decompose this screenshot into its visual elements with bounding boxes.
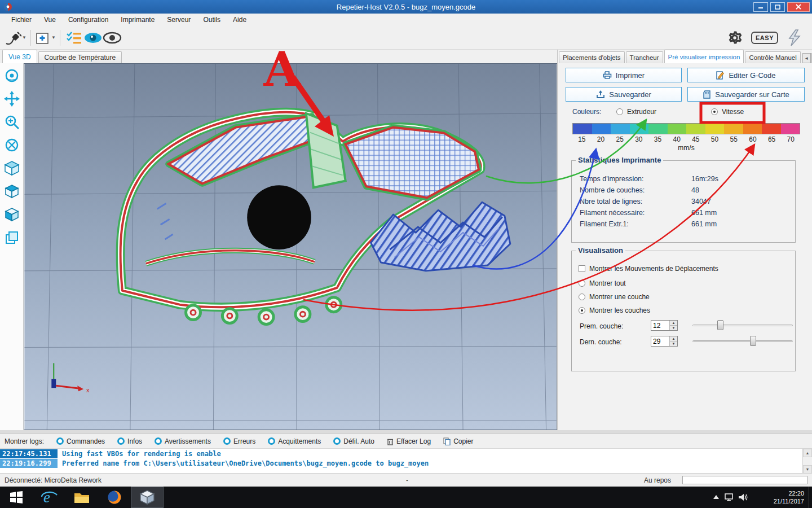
toggle-filament-list-button[interactable]	[64, 28, 83, 47]
settings-button[interactable]	[725, 28, 744, 47]
last-layer-slider[interactable]	[692, 336, 793, 346]
taskbar-repetier-host[interactable]	[131, 487, 164, 508]
radio-vitesse[interactable]: Vitesse	[711, 108, 744, 116]
tab-trancheur[interactable]: Trancheur	[626, 51, 663, 63]
tab-placements-objets[interactable]: Placements d'objets	[559, 51, 625, 63]
move-view-button[interactable]	[3, 90, 21, 108]
menu-imprimante[interactable]: Imprimante	[115, 14, 160, 25]
taskbar-internet-explorer[interactable]: e	[33, 487, 65, 508]
top-view-button[interactable]	[3, 182, 21, 200]
last-layer-stepper[interactable]: ▲▼	[651, 336, 678, 347]
button-label: Copier	[453, 437, 473, 445]
stat-label: Temps d'impression:	[580, 175, 691, 183]
stepper-down-icon[interactable]: ▼	[670, 341, 677, 346]
menu-configuration[interactable]: Configuration	[63, 14, 114, 25]
tab-controle-manuel[interactable]: Contrôle Manuel	[745, 51, 800, 63]
viewport-3d[interactable]: x	[24, 63, 557, 430]
view-toolbar	[0, 63, 24, 430]
layers-view-button[interactable]	[3, 229, 21, 247]
zoom-view-button[interactable]	[3, 113, 21, 131]
taskbar-file-explorer[interactable]	[65, 487, 98, 508]
slider-thumb[interactable]	[750, 336, 756, 346]
tab-scroll-left-button[interactable]: ◄	[802, 53, 811, 63]
toggle-avertissements[interactable]: Avertissements	[155, 437, 211, 445]
toggle-defil-auto[interactable]: Défil. Auto	[333, 437, 374, 445]
copy-log-button[interactable]: Copier	[443, 437, 473, 445]
menu-outils[interactable]: Outils	[197, 14, 226, 25]
emergency-stop-button[interactable]	[785, 28, 804, 47]
tray-volume-icon[interactable]	[736, 487, 750, 508]
menu-fichier[interactable]: Fichier	[6, 14, 37, 25]
taskbar-firefox[interactable]	[98, 487, 131, 508]
toggle-label: Acquittements	[278, 437, 321, 445]
show-desktop-button[interactable]	[809, 487, 812, 508]
stepper-arrows[interactable]: ▲▼	[669, 336, 677, 346]
status-bar: Déconnecté: MicroDelta Rework - Au repos	[0, 473, 812, 487]
toggle-acquittements[interactable]: Acquittements	[268, 437, 321, 445]
stepper-up-icon[interactable]: ▲	[670, 336, 677, 341]
toggle-icon	[117, 437, 125, 445]
menu-aide[interactable]: Aide	[227, 14, 252, 25]
tab-vue-3d[interactable]: Vue 3D	[2, 50, 37, 63]
scroll-up-icon[interactable]: ▲	[803, 449, 812, 457]
close-button[interactable]	[787, 2, 810, 12]
easy-mode-button[interactable]: EASY	[751, 32, 778, 44]
start-button[interactable]	[0, 487, 33, 508]
move-arrows-icon	[4, 91, 20, 107]
first-layer-stepper[interactable]: ▲▼	[651, 320, 678, 331]
add-object-button[interactable]: ▼	[35, 28, 56, 47]
tray-chevron-up-icon[interactable]	[709, 487, 723, 508]
speed-scale-tick: 20	[592, 135, 611, 143]
minimize-button[interactable]	[753, 2, 768, 12]
reset-view-button[interactable]	[3, 136, 21, 154]
windows-logo-icon	[10, 491, 23, 504]
slider-track	[692, 325, 793, 326]
log-area[interactable]: 22:17:45.131 Using fast VBOs for renderi…	[0, 448, 812, 473]
log-entry: 22:19:16.299 Preferred name from C:\User…	[0, 459, 812, 468]
first-layer-input[interactable]	[651, 321, 669, 330]
radio-montrer-tout[interactable]: Montrer tout	[579, 279, 626, 287]
maximize-button[interactable]	[770, 2, 785, 12]
sd-card-icon	[703, 90, 711, 99]
edit-gcode-button[interactable]: Editer G-Code	[687, 68, 805, 82]
toggle-erreurs[interactable]: Erreurs	[223, 437, 255, 445]
clear-log-button[interactable]: Effacer Log	[387, 437, 431, 445]
radio-extrudeur[interactable]: Extrudeur	[616, 108, 656, 116]
orbit-view-button[interactable]	[3, 67, 21, 85]
iso-view-button[interactable]	[3, 159, 21, 177]
toggle-commandes[interactable]: Commandes	[56, 437, 105, 445]
save-to-card-button[interactable]: Sauvegarder sur Carte	[687, 87, 805, 102]
first-layer-slider[interactable]	[692, 320, 793, 330]
minimize-icon	[758, 5, 764, 9]
view-area: x	[0, 63, 557, 430]
tab-previsualiser-impression[interactable]: Pré visualiser impression	[664, 50, 744, 63]
last-layer-input[interactable]	[651, 336, 669, 346]
tab-label: Pré visualiser impression	[668, 54, 740, 60]
radio-montrer-une-couche[interactable]: Montrer une couche	[579, 293, 650, 301]
save-button[interactable]: Sauvegarder	[566, 87, 682, 102]
stepper-arrows[interactable]: ▲▼	[669, 321, 677, 330]
slider-thumb[interactable]	[717, 320, 723, 330]
tray-network-icon[interactable]	[723, 487, 736, 508]
radio-montrer-les-couches[interactable]: Montrer les couches	[579, 306, 650, 314]
log-scrollbar[interactable]: ▲ ▼	[802, 449, 812, 474]
tab-courbe-temperature[interactable]: Courbe de Température	[38, 51, 122, 63]
toggle-infos[interactable]: Infos	[117, 437, 142, 445]
checklist-icon	[65, 30, 82, 45]
checkbox-label: Montrer les Mouvements de Déplacements	[589, 265, 718, 273]
colors-label: Couleurs:	[572, 108, 601, 116]
stepper-up-icon[interactable]: ▲	[670, 321, 677, 326]
menu-serveur[interactable]: Serveur	[161, 14, 196, 25]
connect-button[interactable]: ▼	[5, 28, 27, 47]
checkbox-show-travel-moves[interactable]: Montrer les Mouvements de Déplacements	[579, 265, 718, 273]
stepper-down-icon[interactable]: ▼	[670, 326, 677, 330]
show-travel-button[interactable]	[103, 28, 122, 47]
clock-time: 22:20	[774, 489, 804, 497]
print-button[interactable]: Imprimer	[566, 68, 682, 82]
show-filament-button[interactable]	[83, 28, 103, 47]
speed-scale-tick: 65	[762, 135, 782, 143]
taskbar-clock[interactable]: 22:20 21/11/2017	[774, 489, 804, 505]
scroll-down-icon[interactable]: ▼	[803, 465, 812, 474]
menu-vue[interactable]: Vue	[38, 14, 61, 25]
front-view-button[interactable]	[3, 205, 21, 224]
